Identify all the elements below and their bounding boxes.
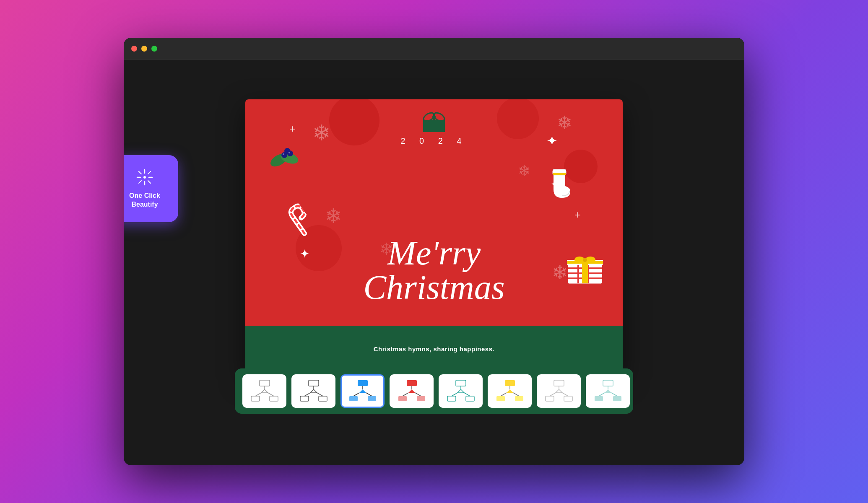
svg-rect-85 — [603, 380, 613, 386]
svg-line-68 — [464, 393, 470, 396]
svg-marker-80 — [556, 389, 562, 393]
svg-rect-78 — [554, 380, 564, 386]
svg-line-82 — [562, 393, 568, 396]
sparkle-icon — [135, 168, 154, 187]
template-thumb-2[interactable] — [291, 374, 335, 408]
svg-rect-23 — [553, 173, 566, 175]
title-bar — [124, 38, 744, 60]
svg-rect-49 — [319, 396, 327, 401]
svg-rect-41 — [251, 396, 260, 401]
svg-line-81 — [550, 393, 556, 396]
svg-rect-56 — [368, 396, 376, 401]
year-text: 2 0 2 4 — [400, 136, 467, 146]
holly-decoration — [268, 143, 306, 178]
main-content: + + ✦ ✦ ✦ ❄ ❄ ❄ ❄ ❄ ❄ — [124, 60, 744, 465]
gift-decoration — [417, 108, 451, 133]
snowflake-5: ❄ — [518, 162, 530, 180]
beautify-label: One Click Beautify — [129, 192, 160, 209]
template-thumb-8[interactable] — [586, 374, 630, 408]
svg-line-47 — [317, 393, 323, 396]
svg-rect-42 — [270, 396, 278, 401]
template-thumb-3[interactable] — [340, 374, 385, 408]
svg-rect-63 — [417, 396, 425, 401]
svg-rect-48 — [300, 396, 309, 401]
svg-line-74 — [501, 393, 507, 396]
close-button[interactable] — [131, 46, 137, 52]
svg-rect-62 — [398, 396, 407, 401]
snowflake-1: ❄ — [312, 120, 331, 145]
svg-marker-73 — [507, 389, 513, 393]
svg-line-46 — [304, 393, 310, 396]
svg-marker-87 — [605, 389, 611, 393]
svg-marker-52 — [359, 389, 366, 393]
svg-line-5 — [139, 171, 141, 174]
svg-rect-11 — [423, 123, 445, 132]
svg-line-54 — [366, 393, 372, 396]
christmas-text: Christmas — [363, 270, 504, 305]
svg-point-0 — [143, 176, 146, 179]
merry-text: Me'rry — [363, 236, 504, 270]
snowflake-2: ❄ — [557, 112, 572, 133]
svg-rect-76 — [496, 396, 505, 401]
app-window: One Click Beautify + + ✦ ✦ ✦ ❄ — [124, 38, 744, 465]
svg-rect-91 — [613, 396, 621, 401]
decoration-circle-2 — [497, 99, 539, 139]
svg-line-8 — [139, 181, 141, 183]
svg-line-61 — [415, 393, 421, 396]
svg-point-21 — [288, 152, 290, 153]
svg-point-14 — [432, 115, 436, 119]
svg-line-40 — [268, 393, 274, 396]
christmas-text-container: Me'rry Christmas — [363, 236, 504, 305]
svg-rect-50 — [358, 380, 368, 386]
svg-rect-84 — [564, 396, 572, 401]
svg-rect-90 — [595, 396, 603, 401]
slide-footer-text: Christmas hymns, sharing happiness. — [374, 345, 494, 353]
svg-rect-55 — [349, 396, 358, 401]
stocking-decoration — [545, 169, 572, 202]
template-thumb-6[interactable] — [488, 374, 532, 408]
slide-main: + + ✦ ✦ ✦ ❄ ❄ ❄ ❄ ❄ ❄ — [245, 99, 623, 326]
svg-line-89 — [611, 393, 617, 396]
svg-line-75 — [513, 393, 519, 396]
svg-rect-70 — [466, 396, 474, 401]
svg-line-6 — [148, 181, 151, 183]
svg-marker-38 — [261, 389, 268, 393]
cross-2: + — [574, 208, 581, 221]
svg-marker-45 — [310, 389, 317, 393]
decoration-circle-1 — [329, 99, 379, 145]
one-click-beautify-button[interactable]: One Click Beautify — [124, 155, 178, 222]
snowflake-3: ❄ — [325, 204, 342, 228]
svg-point-35 — [583, 258, 587, 262]
svg-rect-57 — [407, 380, 417, 386]
svg-line-60 — [403, 393, 408, 396]
svg-rect-69 — [447, 396, 456, 401]
svg-line-67 — [452, 393, 457, 396]
sparkle-1: ✦ — [546, 133, 558, 149]
svg-rect-43 — [309, 380, 319, 386]
svg-rect-71 — [505, 380, 515, 386]
minimize-button[interactable] — [141, 46, 147, 52]
slide-footer: Christmas hymns, sharing happiness. — [245, 326, 623, 372]
template-thumb-1[interactable] — [242, 374, 286, 408]
cross-1: + — [289, 122, 296, 135]
svg-marker-59 — [408, 389, 415, 393]
svg-line-88 — [599, 393, 605, 396]
giftbox-decoration — [566, 251, 604, 286]
svg-rect-64 — [456, 380, 466, 386]
template-thumb-5[interactable] — [439, 374, 483, 408]
svg-line-7 — [148, 171, 151, 174]
templates-bar — [235, 368, 633, 414]
svg-marker-66 — [457, 389, 464, 393]
slide-container: + + ✦ ✦ ✦ ❄ ❄ ❄ ❄ ❄ ❄ — [245, 99, 623, 372]
svg-line-53 — [353, 393, 359, 396]
sparkle-2: ✦ — [300, 247, 309, 261]
template-thumb-7[interactable] — [537, 374, 581, 408]
svg-point-20 — [283, 153, 284, 155]
svg-rect-36 — [260, 380, 270, 386]
svg-rect-77 — [515, 396, 523, 401]
svg-line-39 — [255, 393, 261, 396]
template-thumb-4[interactable] — [390, 374, 434, 408]
svg-rect-83 — [546, 396, 554, 401]
maximize-button[interactable] — [151, 46, 157, 52]
